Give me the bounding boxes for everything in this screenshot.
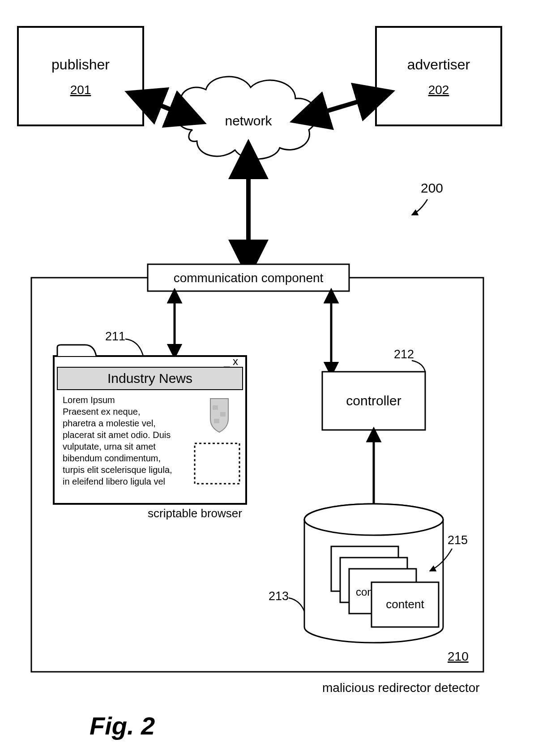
svg-rect-0	[18, 27, 143, 125]
svg-rect-1	[376, 27, 501, 125]
browser-line-7: in eleifend libero ligula vel	[63, 477, 165, 486]
window-controls: _ x	[223, 355, 238, 367]
svg-rect-8	[214, 419, 219, 423]
advertiser-box: advertiser 202	[376, 27, 501, 125]
system-ref-text: 200	[421, 180, 443, 195]
controller-box: controller	[322, 372, 425, 430]
browser-line-4: vulputate, urna sit amet	[63, 442, 156, 451]
controller-label: controller	[346, 393, 401, 408]
browser-line-5: bibendum condimentum,	[63, 453, 161, 463]
advertiser-ref: 202	[428, 83, 449, 97]
content-card-front-label: content	[386, 597, 424, 611]
browser-ref-leader: 211	[105, 330, 143, 356]
browser-line-0: Lorem Ipsum	[63, 395, 115, 405]
browser-line-3: placerat sit amet odio. Duis	[63, 430, 171, 440]
browser-ref: 211	[105, 330, 125, 343]
publisher-ref: 201	[70, 83, 91, 97]
svg-point-11	[304, 504, 443, 535]
advertiser-label: advertiser	[407, 56, 470, 73]
detector-ref: 210	[448, 649, 469, 663]
comm-component-box: communication component	[148, 264, 349, 291]
link-network-advertiser	[309, 96, 376, 116]
datastore-ref-leader: 213	[269, 589, 304, 611]
datastore: con content	[304, 504, 443, 643]
browser-caption: scriptable browser	[148, 507, 242, 520]
publisher-box: publisher 201	[18, 27, 143, 125]
browser-line-6: turpis elit scelerisque ligula,	[63, 465, 172, 475]
controller-ref-leader: 212	[394, 348, 425, 372]
svg-rect-6	[213, 405, 218, 410]
network-cloud: network	[176, 77, 317, 159]
svg-rect-7	[220, 412, 226, 417]
browser-window: _ x Industry News Lorem Ipsum Praesent e…	[54, 345, 246, 504]
network-label: network	[225, 113, 272, 128]
browser-line-2: pharetra a molestie vel,	[63, 418, 156, 428]
controller-ref: 212	[394, 348, 414, 361]
figure-label: Fig. 2	[90, 712, 155, 740]
datastore-ref: 213	[269, 589, 289, 603]
browser-line-1: Praesent ex neque,	[63, 407, 140, 417]
comm-component-label: communication component	[174, 271, 324, 285]
content-card-back-label: con	[356, 586, 373, 598]
content-ref: 215	[448, 533, 468, 547]
system-reference: 200	[412, 180, 443, 215]
shield-icon	[210, 399, 228, 432]
detector-caption: malicious redirector detector	[322, 681, 480, 695]
publisher-label: publisher	[51, 56, 110, 73]
browser-title: Industry News	[107, 371, 192, 386]
